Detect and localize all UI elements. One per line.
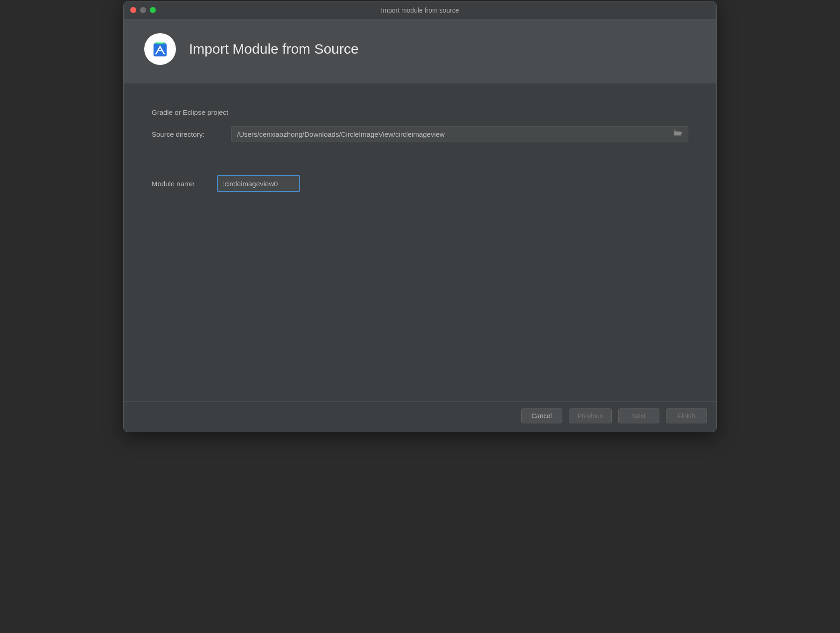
titlebar: Import module from source xyxy=(124,1,716,19)
folder-open-icon[interactable] xyxy=(672,130,684,138)
dialog-header: Import Module from Source xyxy=(124,19,716,84)
source-directory-row: Source directory: xyxy=(152,127,688,141)
maximize-icon[interactable] xyxy=(150,7,156,13)
svg-rect-0 xyxy=(154,43,167,56)
module-name-row: Module name xyxy=(152,175,688,192)
page-title: Import Module from Source xyxy=(189,41,358,57)
svg-point-2 xyxy=(163,43,164,44)
dialog-content: Gradle or Eclipse project Source directo… xyxy=(124,84,716,401)
dialog-footer: Cancel Previous Next Finish xyxy=(124,401,716,432)
source-directory-label: Source directory: xyxy=(152,130,231,138)
window-controls xyxy=(124,7,156,13)
module-name-label: Module name xyxy=(152,180,217,188)
source-directory-input[interactable] xyxy=(237,130,672,138)
subtitle: Gradle or Eclipse project xyxy=(152,108,688,116)
minimize-icon[interactable] xyxy=(140,7,146,13)
svg-point-1 xyxy=(156,43,157,44)
import-module-dialog: Import module from source Import Module … xyxy=(123,1,717,432)
previous-button[interactable]: Previous xyxy=(569,408,612,423)
android-studio-icon xyxy=(144,33,176,65)
close-icon[interactable] xyxy=(130,7,136,13)
module-name-input[interactable] xyxy=(217,175,300,192)
next-button[interactable]: Next xyxy=(618,408,659,423)
window-title: Import module from source xyxy=(381,7,459,14)
cancel-button[interactable]: Cancel xyxy=(521,408,562,423)
source-directory-input-wrapper xyxy=(231,127,688,141)
finish-button[interactable]: Finish xyxy=(666,408,707,423)
